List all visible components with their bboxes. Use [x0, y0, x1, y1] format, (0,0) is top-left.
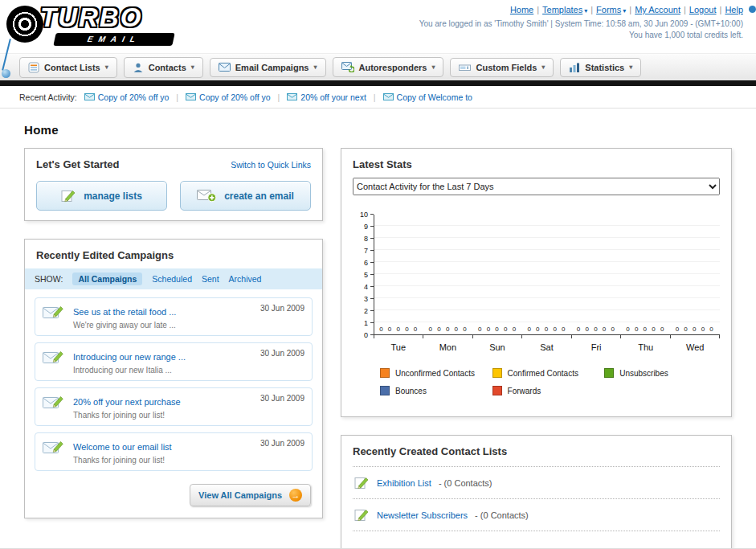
campaign-list: See us at the retail food ...We're givin…: [25, 289, 322, 471]
contact-list-item[interactable]: Newsletter Subscribers - (0 Contacts): [353, 499, 720, 531]
dropdown-caret-icon: ▾: [623, 7, 626, 14]
pencil-paper-icon: [354, 476, 370, 490]
recently-edited-campaigns-panel: Recently Edited Campaigns SHOW: All Camp…: [24, 239, 323, 518]
custom-fields-icon: [459, 63, 471, 72]
top-link-forms[interactable]: Forms▾: [596, 5, 626, 14]
top-link-my-account[interactable]: My Account: [635, 5, 680, 14]
campaign-filter-scheduled[interactable]: Scheduled: [152, 274, 192, 284]
chart-value-labels: 0 0 0 0 0: [621, 326, 670, 333]
chart-value-labels: 0 0 0 0 0: [473, 326, 522, 333]
campaign-item[interactable]: Welcome to our email listThanks for join…: [35, 432, 313, 471]
campaign-title-link[interactable]: See us at the retail food ...: [73, 307, 176, 317]
nav-divider-strip: [0, 80, 756, 86]
recent-activity-item[interactable]: Copy of Welcome to: [383, 92, 472, 102]
legend-item-unsubscribes: Unsubscribes: [604, 368, 717, 378]
campaign-item[interactable]: 20% off your next purchaseThanks for joi…: [35, 387, 313, 426]
manage-lists-label: manage lists: [84, 191, 142, 202]
campaign-title-link[interactable]: Introducing our new range ...: [73, 352, 186, 362]
campaign-filter-archived[interactable]: Archived: [229, 274, 262, 284]
chart-legend: Unconfirmed ContactsConfirmed ContactsUn…: [380, 368, 720, 404]
campaign-envelope-pencil-icon: [43, 439, 65, 457]
nav-tab-label: Contact Lists: [44, 63, 100, 72]
get-started-title: Let's Get Started: [36, 158, 120, 170]
recent-activity-items: Copy of 20% off yo|Copy of 20% off yo|20…: [84, 92, 472, 102]
dropdown-caret-icon: ▾: [191, 64, 194, 71]
recent-activity-link[interactable]: Copy of 20% off yo: [98, 92, 170, 102]
campaign-item-body: Introducing our new range ...Introducing…: [73, 349, 252, 375]
legend-label: Unconfirmed Contacts: [395, 369, 475, 378]
campaign-envelope-pencil-icon: [43, 349, 65, 367]
campaign-title-link[interactable]: Welcome to our email list: [73, 442, 172, 452]
top-link-help[interactable]: Help: [725, 5, 743, 14]
envelope-icon: [84, 93, 95, 100]
recent-activity-link[interactable]: 20% off your next: [300, 92, 366, 102]
recent-activity-item[interactable]: Copy of 20% off yo: [186, 92, 271, 102]
campaign-envelope-pencil-icon: [43, 304, 65, 322]
dropdown-caret-icon: ▾: [105, 64, 108, 71]
campaign-filter-sent[interactable]: Sent: [202, 274, 219, 284]
chart-plot-area: 0 0 0 0 00 0 0 0 00 0 0 0 00 0 0 0 00 0 …: [374, 215, 720, 335]
chart-value-labels: 0 0 0 0 0: [671, 326, 720, 333]
logo-text-turbo: TURBO: [40, 2, 142, 33]
blue-dot-decoration: [749, 6, 756, 13]
recent-activity-link[interactable]: Copy of 20% off yo: [199, 92, 271, 102]
recent-activity-separator: |: [176, 92, 178, 102]
nav-tab-label: Custom Fields: [476, 63, 537, 72]
chart-x-labels: TueMonSunSatFriThuWed: [374, 342, 720, 352]
nav-tab-custom-fields[interactable]: Custom Fields▾: [450, 58, 554, 77]
switch-to-quick-links[interactable]: Switch to Quick Links: [231, 160, 311, 170]
recent-activity-item[interactable]: Copy of 20% off yo: [84, 92, 170, 102]
nav-tab-autoresponders[interactable]: Autoresponders▾: [333, 57, 444, 77]
contact-list-link[interactable]: Exhibition List: [377, 478, 431, 488]
recent-activity-item[interactable]: 20% off your next: [287, 92, 366, 102]
campaign-item-body: See us at the retail food ...We're givin…: [73, 304, 252, 330]
manage-lists-button[interactable]: manage lists: [36, 181, 167, 211]
legend-swatch: [492, 368, 502, 378]
recent-activity-link[interactable]: Copy of Welcome to: [397, 92, 472, 102]
nav-tab-contact-lists[interactable]: Contact Lists▾: [19, 57, 117, 78]
y-axis-label: 7: [364, 247, 368, 255]
y-axis-label: 5: [364, 271, 368, 279]
contact-list-link[interactable]: Newsletter Subscribers: [377, 510, 468, 520]
chart-x-ticks: [374, 335, 720, 338]
latest-stats-title: Latest Stats: [353, 158, 720, 170]
y-axis-label: 4: [364, 283, 368, 291]
get-started-panel: Let's Get Started Switch to Quick Links …: [24, 148, 323, 221]
contact-list-item[interactable]: Exhibition List - (0 Contacts): [353, 467, 720, 499]
latest-stats-panel: Latest Stats Contact Activity for the La…: [341, 148, 732, 417]
x-axis-label: Thu: [621, 342, 671, 352]
campaign-filter-all-campaigns[interactable]: All Campaigns: [72, 272, 142, 285]
x-axis-label: Sun: [472, 342, 522, 352]
nav-tab-statistics[interactable]: Statistics▾: [560, 58, 641, 77]
header-right: Home|Templates▾|Forms▾|My Account|Logout…: [419, 5, 743, 39]
top-link-logout[interactable]: Logout: [689, 5, 717, 14]
campaign-show-bar: SHOW: All CampaignsScheduledSentArchived: [25, 268, 322, 289]
view-all-campaigns-button[interactable]: View All Campaigns →: [190, 484, 311, 506]
chart-value-labels: 0 0 0 0 0: [423, 326, 472, 333]
campaign-item[interactable]: See us at the retail food ...We're givin…: [35, 297, 313, 336]
logo-text-email: EMAIL: [53, 33, 174, 46]
x-axis-tick: [572, 335, 621, 338]
envelope-plus-icon: [197, 189, 217, 203]
top-link-home[interactable]: Home: [510, 5, 533, 14]
top-links-separator: |: [720, 5, 722, 14]
campaign-filters: All CampaignsScheduledSentArchived: [72, 272, 261, 285]
legend-swatch: [380, 368, 390, 378]
x-axis-label: Mon: [423, 342, 473, 352]
top-link-templates[interactable]: Templates▾: [542, 5, 587, 14]
campaign-item[interactable]: Introducing our new range ...Introducing…: [35, 342, 313, 381]
create-an-email-button[interactable]: create an email: [180, 181, 311, 211]
campaign-title-link[interactable]: 20% off your next purchase: [73, 397, 181, 407]
chart-value-labels: 0 0 0 0 0: [374, 326, 423, 333]
left-column: Let's Get Started Switch to Quick Links …: [24, 148, 323, 536]
nav-tab-contacts[interactable]: Contacts▾: [124, 57, 203, 78]
stats-activity-select[interactable]: Contact Activity for the Last 7 Days: [353, 178, 720, 195]
nav-tab-label: Autoresponders: [359, 63, 427, 72]
nav-tab-email-campaigns[interactable]: Email Campaigns▾: [210, 58, 326, 77]
view-all-campaigns-label: View All Campaigns: [198, 490, 282, 500]
chart-value-labels: 0 0 0 0 0: [572, 326, 621, 333]
nav-tab-label: Statistics: [585, 63, 624, 72]
x-axis-label: Tue: [374, 342, 423, 352]
legend-item-unconfirmed-contacts: Unconfirmed Contacts: [380, 368, 492, 378]
arrow-right-icon: →: [289, 489, 302, 502]
